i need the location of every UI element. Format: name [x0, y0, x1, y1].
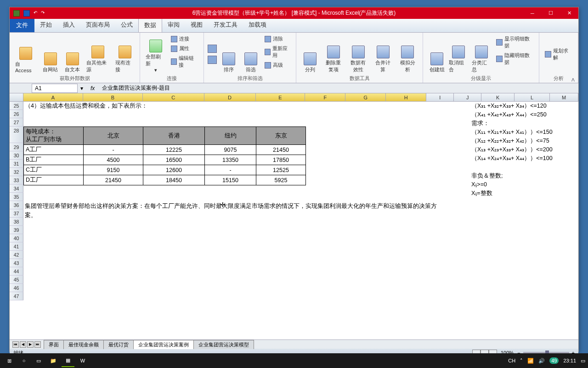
- row-header-47[interactable]: 47: [10, 292, 23, 300]
- col-header-G[interactable]: G: [345, 93, 386, 101]
- sort-button[interactable]: 排序: [219, 34, 239, 74]
- row-header-31[interactable]: 31: [10, 160, 23, 168]
- ribbon-连接[interactable]: 连接: [169, 34, 200, 43]
- ribbon-编辑链接[interactable]: 编辑链接: [169, 54, 200, 69]
- row-header-39[interactable]: 39: [10, 226, 23, 234]
- fx-icon[interactable]: fx: [86, 85, 99, 92]
- menu-数据[interactable]: 数据: [138, 18, 162, 32]
- tab-nav-prev[interactable]: ◀: [20, 341, 26, 348]
- row-header-25[interactable]: 25: [10, 102, 23, 110]
- ribbon-模拟分析[interactable]: 模拟分析: [396, 34, 419, 74]
- file-tab[interactable]: 文件: [10, 18, 34, 32]
- menu-开发工具[interactable]: 开发工具: [208, 18, 243, 32]
- menu-公式[interactable]: 公式: [115, 18, 138, 32]
- col-header-J[interactable]: J: [454, 93, 481, 101]
- row-header-37[interactable]: 37: [10, 209, 23, 218]
- sheet-tab-3[interactable]: 企业集团营运决策案例: [133, 340, 194, 349]
- formula-input[interactable]: 企业集团营运决策案例-题目: [99, 83, 578, 93]
- show-detail-button[interactable]: 显示明细数据: [494, 34, 535, 50]
- select-all-corner[interactable]: [10, 93, 23, 101]
- col-header-M[interactable]: M: [550, 93, 578, 101]
- clear-button[interactable]: 清除: [263, 34, 292, 43]
- cortana-icon[interactable]: ○: [17, 354, 30, 367]
- col-header-C[interactable]: C: [143, 93, 204, 101]
- tab-nav-next[interactable]: ▶: [27, 341, 34, 348]
- ribbon-删除重复项[interactable]: 删除重复项: [322, 34, 345, 74]
- tab-nav-last[interactable]: ⏭: [34, 341, 41, 348]
- sheet-tab-2[interactable]: 最优订货: [103, 340, 134, 349]
- col-header-H[interactable]: H: [386, 93, 426, 101]
- advanced-button[interactable]: 高级: [263, 61, 292, 69]
- maximize-button[interactable]: ☐: [542, 9, 560, 18]
- row-header-30[interactable]: 30: [10, 151, 23, 160]
- ribbon-现有连接[interactable]: 现有连接: [113, 34, 136, 74]
- ribbon-创建组[interactable]: 创建组: [427, 34, 447, 74]
- start-button[interactable]: ⊞: [3, 354, 16, 367]
- filter-button[interactable]: 筛选: [241, 34, 261, 74]
- col-header-L[interactable]: L: [514, 93, 550, 101]
- row-header-46[interactable]: 46: [10, 284, 23, 292]
- row-header-28[interactable]: 28: [10, 126, 23, 143]
- ribbon-数据有效性[interactable]: 数据有效性: [347, 34, 370, 74]
- row-header-41[interactable]: 41: [10, 242, 23, 251]
- qat-save-icon[interactable]: [23, 10, 30, 17]
- menu-开始[interactable]: 开始: [34, 18, 57, 32]
- tab-nav-first[interactable]: ⏮: [12, 341, 19, 348]
- row-header-32[interactable]: 32: [10, 168, 23, 176]
- row-header-44[interactable]: 44: [10, 267, 23, 276]
- col-header-E[interactable]: E: [256, 93, 305, 101]
- cells-grid[interactable]: （4）运输成本包括运费和税金，如下表所示： 每吨成本：从工厂到市场 北京香港纽约…: [23, 102, 578, 300]
- close-button[interactable]: ✕: [560, 9, 578, 18]
- row-header-26[interactable]: 26: [10, 110, 23, 118]
- refresh-all-button[interactable]: 全部刷新▾: [144, 34, 167, 74]
- ime-indicator[interactable]: CH: [508, 358, 515, 363]
- taskview-icon[interactable]: ▭: [32, 354, 45, 367]
- battery-indicator[interactable]: 49: [549, 357, 559, 364]
- ribbon-属性[interactable]: 属性: [169, 44, 200, 53]
- ribbon-合并计算[interactable]: 合并计算: [372, 34, 395, 74]
- row-header-40[interactable]: 40: [10, 234, 23, 242]
- collapse-ribbon-button[interactable]: ᐱ: [571, 77, 575, 82]
- menu-审阅[interactable]: 审阅: [162, 18, 185, 32]
- ribbon-自 Access[interactable]: 自 Access: [13, 34, 39, 74]
- qat-redo-icon[interactable]: ↷: [41, 10, 45, 17]
- row-header-45[interactable]: 45: [10, 276, 23, 284]
- clock[interactable]: 23:11: [563, 358, 576, 363]
- sheet-tab-0[interactable]: 界面: [44, 340, 64, 349]
- row-header-27[interactable]: 27: [10, 118, 23, 126]
- row-header-36[interactable]: 36: [10, 201, 23, 209]
- ribbon-自文本[interactable]: 自文本: [62, 34, 83, 74]
- ribbon-分类汇总[interactable]: 分类汇总: [470, 34, 493, 74]
- name-box[interactable]: A1: [32, 84, 78, 93]
- row-header-29[interactable]: 29: [10, 143, 23, 151]
- ribbon-分列[interactable]: 分列: [300, 34, 320, 74]
- network-icon[interactable]: 📶: [527, 358, 534, 364]
- col-header-D[interactable]: D: [204, 93, 256, 101]
- tray-up-icon[interactable]: ˄: [520, 358, 523, 364]
- menu-视图[interactable]: 视图: [185, 18, 208, 32]
- ribbon-自网站[interactable]: 自网站: [40, 34, 61, 74]
- qat-undo-icon[interactable]: ↶: [34, 10, 37, 17]
- row-header-33[interactable]: 33: [10, 176, 23, 184]
- excel-taskbar-icon[interactable]: ▦: [62, 354, 74, 367]
- notifications-icon[interactable]: ▭: [581, 358, 585, 364]
- reapply-button[interactable]: 重新应用: [263, 44, 292, 60]
- sheet-tab-4[interactable]: 企业集团营运决策模型: [193, 340, 254, 349]
- row-header-35[interactable]: 35: [10, 193, 23, 201]
- sheet-tab-1[interactable]: 最佳现金余额: [63, 340, 104, 349]
- row-header-34[interactable]: 34: [10, 184, 23, 193]
- menu-加载项[interactable]: 加载项: [243, 18, 272, 32]
- sort-az-icon[interactable]: [208, 45, 217, 53]
- hide-detail-button[interactable]: 隐藏明细数据: [494, 51, 535, 67]
- sort-za-icon[interactable]: [208, 56, 217, 64]
- col-header-I[interactable]: I: [426, 93, 454, 101]
- menu-插入[interactable]: 插入: [57, 18, 80, 32]
- ribbon-取消组合[interactable]: 取消组合: [447, 34, 470, 74]
- ribbon-自其他来源[interactable]: 自其他来源: [85, 34, 112, 74]
- col-header-A[interactable]: A: [23, 93, 83, 101]
- menu-页面布局[interactable]: 页面布局: [80, 18, 115, 32]
- volume-icon[interactable]: 🔊: [538, 358, 545, 364]
- row-header-42[interactable]: 42: [10, 251, 23, 259]
- folder-icon[interactable]: 📁: [47, 354, 60, 367]
- solver-button[interactable]: 规划求解: [543, 34, 574, 74]
